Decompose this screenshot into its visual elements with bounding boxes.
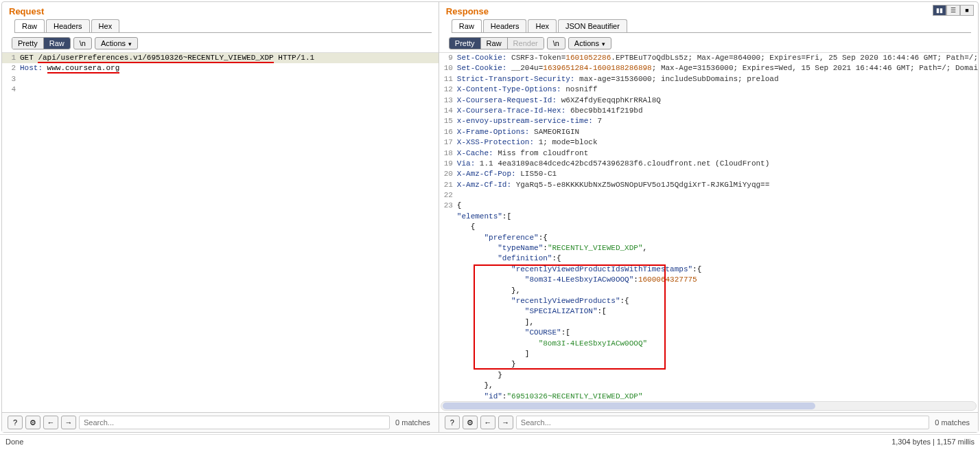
editor-line: "recentlyViewedProducts":{: [439, 296, 978, 306]
editor-line: 17X-XSS-Protection: 1; mode=block: [439, 137, 978, 148]
request-editor[interactable]: 1GET /api/userPreferences.v1/69510326~RE…: [2, 52, 439, 412]
editor-line: 14X-Coursera-Trace-Id-Hex: 6bec9bb141f21…: [439, 106, 978, 116]
next-arrow-icon[interactable]: →: [61, 416, 76, 429]
split-view-icon[interactable]: ▮▮: [933, 5, 946, 16]
tab-raw[interactable]: Raw: [14, 19, 45, 32]
editor-line: 23{: [439, 201, 978, 211]
tab-hex-resp[interactable]: Hex: [528, 19, 557, 32]
help-icon[interactable]: ?: [445, 416, 460, 429]
stack-view-icon[interactable]: ☰: [946, 5, 960, 16]
editor-line: "COURSE":[: [439, 328, 978, 338]
editor-line: "typeName":"RECENTLY_VIEWED_XDP",: [439, 243, 978, 253]
response-search-input[interactable]: [516, 416, 929, 429]
response-bottom-bar: ? ⚙ ← → 0 matches: [439, 412, 978, 432]
editor-line: 11Strict-Transport-Security: max-age=315…: [439, 74, 978, 84]
editor-line: 19Via: 1.1 4ea3189ac84dcedc42bcd57439628…: [439, 159, 978, 169]
newline-toggle[interactable]: \n: [73, 37, 92, 49]
raw-toggle[interactable]: Raw: [44, 38, 70, 49]
editor-line: "8om3I-4LEeSbxyIACw0OOQ":1600064327775: [439, 275, 978, 285]
actions-dropdown[interactable]: Actions: [95, 37, 138, 49]
editor-line: 13X-Coursera-Request-Id: w6XZ4fdyEeqqphK…: [439, 95, 978, 106]
editor-line: }: [439, 370, 978, 381]
editor-line: "preference":{: [439, 233, 978, 243]
response-matches: 0 matches: [932, 418, 972, 427]
request-panel: Request Raw Headers Hex Pretty Raw \n Ac…: [2, 2, 439, 432]
tab-raw-resp[interactable]: Raw: [452, 19, 482, 32]
settings-icon[interactable]: ⚙: [25, 416, 40, 429]
editor-line: 4: [2, 84, 439, 95]
layout-icons: ▮▮ ☰ ■: [933, 5, 974, 16]
editor-line: {: [439, 222, 978, 232]
request-search-input[interactable]: [79, 416, 390, 429]
status-right: 1,304 bytes | 1,157 millis: [891, 438, 975, 446]
editor-line: "definition":{: [439, 253, 978, 264]
editor-line: 12X-Content-Type-Options: nosniff: [439, 84, 978, 95]
response-panel: ▮▮ ☰ ■ Response Raw Headers Hex JSON Bea…: [439, 2, 978, 432]
editor-line: 1GET /api/userPreferences.v1/69510326~RE…: [2, 53, 439, 63]
prev-arrow-icon[interactable]: ←: [43, 416, 58, 429]
pretty-toggle-resp[interactable]: Pretty: [450, 38, 481, 49]
editor-line: ],: [439, 317, 978, 328]
tab-headers-resp[interactable]: Headers: [483, 19, 527, 32]
editor-line: 2Host: www.coursera.org: [2, 63, 439, 74]
editor-line: ]: [439, 349, 978, 359]
editor-line: 21X-Amz-Cf-Id: YgaRq5-5-e8KKKKUbNxZ5wOSN…: [439, 180, 978, 190]
response-editor[interactable]: 9Set-Cookie: CSRF3-Token=1601052286.EPTB…: [439, 52, 978, 400]
editor-line: 16X-Frame-Options: SAMEORIGIN: [439, 127, 978, 137]
editor-line: "id":"69510326~RECENTLY_VIEWED_XDP": [439, 392, 978, 400]
newline-toggle-resp[interactable]: \n: [547, 37, 565, 49]
help-icon[interactable]: ?: [8, 416, 23, 429]
editor-line: 22: [439, 190, 978, 201]
single-view-icon[interactable]: ■: [960, 5, 974, 16]
pretty-toggle[interactable]: Pretty: [12, 38, 44, 49]
tab-headers[interactable]: Headers: [46, 19, 90, 32]
response-title: Response: [446, 6, 489, 16]
render-toggle-resp[interactable]: Render: [508, 38, 544, 49]
actions-dropdown-resp[interactable]: Actions: [568, 37, 611, 49]
editor-line: },: [439, 381, 978, 391]
editor-line: 10Set-Cookie: __204u=1639651284-16001882…: [439, 63, 978, 74]
editor-line: "elements":[: [439, 212, 978, 222]
editor-line: 9Set-Cookie: CSRF3-Token=1601052286.EPTB…: [439, 53, 978, 63]
settings-icon[interactable]: ⚙: [463, 416, 478, 429]
editor-line: }: [439, 359, 978, 370]
prev-arrow-icon[interactable]: ←: [480, 416, 495, 429]
request-toolbar: Pretty Raw \n Actions: [2, 33, 439, 52]
editor-line: 20X-Amz-Cf-Pop: LIS50-C1: [439, 169, 978, 179]
editor-line: "SPECIALIZATION":[: [439, 306, 978, 317]
tab-hex[interactable]: Hex: [91, 19, 120, 32]
next-arrow-icon[interactable]: →: [498, 416, 513, 429]
request-tabs: Raw Headers Hex: [14, 19, 432, 33]
request-bottom-bar: ? ⚙ ← → 0 matches: [2, 412, 439, 432]
editor-line: 3: [2, 74, 439, 84]
editor-line: "8om3I-4LEeSbxyIACw0OOQ": [439, 339, 978, 349]
request-matches: 0 matches: [393, 418, 433, 427]
editor-line: 15x-envoy-upstream-service-time: 7: [439, 116, 978, 126]
response-toolbar: Pretty Raw Render \n Actions: [439, 33, 978, 52]
editor-line: 18X-Cache: Miss from cloudfront: [439, 148, 978, 159]
status-bar: Done 1,304 bytes | 1,157 millis: [0, 434, 980, 448]
editor-line: "recentlyViewedProductIdsWithTimestamps"…: [439, 264, 978, 275]
chevron-down-icon: [602, 39, 605, 47]
status-left: Done: [5, 438, 23, 446]
request-title: Request: [9, 6, 44, 16]
raw-toggle-resp[interactable]: Raw: [481, 38, 508, 49]
chevron-down-icon: [128, 39, 132, 47]
tab-json-beautifier[interactable]: JSON Beautifier: [558, 19, 627, 32]
horizontal-scrollbar[interactable]: [441, 401, 977, 411]
editor-line: },: [439, 286, 978, 296]
response-tabs: Raw Headers Hex JSON Beautifier: [452, 19, 971, 33]
